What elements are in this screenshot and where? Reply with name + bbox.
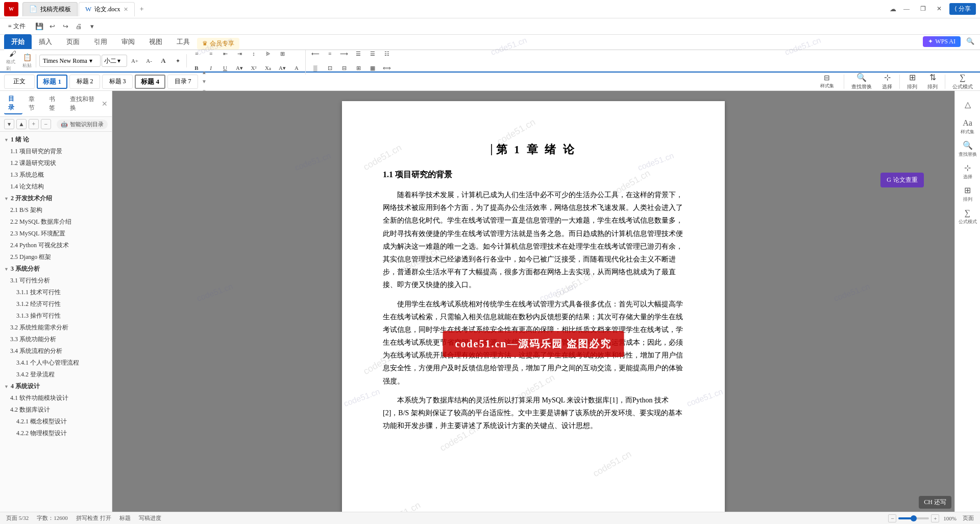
toc-item-5[interactable]: ▼2 开发技术介绍	[0, 193, 112, 204]
style-heading4[interactable]: 标题 4	[135, 75, 165, 89]
toc-item-17[interactable]: 3.3 系统功能分析	[0, 334, 112, 345]
toc-item-3[interactable]: 1.3 系统总概	[0, 169, 112, 181]
sidebar-tab-bookmark[interactable]: 书签	[45, 93, 63, 114]
right-panel-scroll-up[interactable]: △	[959, 95, 977, 113]
right-panel-find[interactable]: 🔍 查找替换	[959, 140, 977, 158]
toc-item-10[interactable]: 2.5 Django 框架	[0, 251, 112, 263]
ribbon-tab-start[interactable]: 开始	[4, 34, 32, 50]
ch-language-indicator[interactable]: CH 还写	[919, 496, 951, 509]
format-brush-button[interactable]: 🖌 格式刷	[6, 54, 19, 67]
formula-button[interactable]: ∑ 公式模式	[949, 72, 976, 91]
toc-item-8[interactable]: 2.3 MySQL 环境配置	[0, 228, 112, 240]
select-button[interactable]: ⊹ 选择	[879, 72, 895, 91]
toc-item-0[interactable]: ▼1 绪 论	[0, 134, 112, 146]
border4-button[interactable]: ⊞	[352, 61, 365, 75]
paragraph-3[interactable]: 本系统为了数据库结构的灵活性所以打算采用 MySQL 来设计数据库[1]，而Py…	[383, 394, 684, 433]
toc-item-6[interactable]: 2.1 B/S 架构	[0, 204, 112, 216]
zoom-slider-thumb[interactable]	[911, 515, 917, 521]
right-panel-style[interactable]: Aa 样式集	[959, 117, 977, 136]
char-spacing-button[interactable]: ⟺	[380, 61, 394, 75]
minimize-button[interactable]: —	[900, 4, 913, 14]
toc-item-20[interactable]: 3.4.2 登录流程	[0, 369, 112, 380]
undo-icon[interactable]: ↩	[47, 21, 58, 32]
more-tools-icon[interactable]: ▾	[87, 21, 98, 32]
right-panel-arrange[interactable]: ⊞ 排列	[959, 185, 977, 203]
toc-item-12[interactable]: 3.1 可行性分析	[0, 275, 112, 287]
zoom-in-button[interactable]: +	[931, 514, 939, 522]
char-shading-button[interactable]: A	[290, 61, 303, 75]
toc-item-23[interactable]: 4.2 数据库设计	[0, 404, 112, 416]
underline-button[interactable]: U	[218, 61, 232, 75]
toc-item-25[interactable]: 4.2.2 物理模型设计	[0, 427, 112, 439]
arrange-button[interactable]: ⊞ 排列	[904, 72, 920, 91]
restore-button[interactable]: ❐	[917, 4, 929, 14]
ribbon-tab-tools[interactable]: 工具	[169, 34, 197, 50]
toc-item-14[interactable]: 3.1.2 经济可行性	[0, 298, 112, 310]
toc-item-9[interactable]: 2.4 Python 可视化技术	[0, 240, 112, 251]
new-tab-button[interactable]: +	[136, 3, 148, 15]
close-button[interactable]: ✕	[933, 4, 945, 14]
sidebar-tab-chapter[interactable]: 章节	[24, 93, 43, 114]
find-replace-button[interactable]: 🔍 查找替换	[848, 72, 875, 91]
tab-close-icon[interactable]: ✕	[124, 6, 128, 13]
sidebar-tab-find[interactable]: 查找和替换	[66, 93, 100, 114]
sidebar-close-button[interactable]: ✕	[102, 100, 108, 108]
plagiarism-check-button[interactable]: G 论文查重	[880, 173, 924, 187]
menu-file[interactable]: ≡ 文件	[4, 20, 30, 33]
wps-ai-button[interactable]: ✦ WPS AI	[923, 36, 961, 47]
styles-up-button[interactable]: ▲	[200, 68, 208, 77]
sidebar-tab-toc[interactable]: 目录	[4, 93, 22, 114]
font-size-increase-button[interactable]: A+	[128, 54, 141, 67]
right-panel-formula[interactable]: ∑ 公式模式	[959, 207, 977, 226]
document-area[interactable]: code51.cn code51.cn code51.cn code51.cn …	[112, 91, 954, 512]
ribbon-tab-vip[interactable]: ♛ 会员专享	[197, 38, 239, 50]
toc-item-24[interactable]: 4.2.1 概念模型设计	[0, 416, 112, 427]
clear-format-button[interactable]: ✦	[171, 54, 184, 67]
style-toc7[interactable]: 目录 7	[167, 75, 198, 89]
ribbon-tab-reference[interactable]: 引用	[87, 34, 114, 50]
toc-item-4[interactable]: 1.4 论文结构	[0, 181, 112, 193]
toc-item-1[interactable]: 1.1 项目研究的背景	[0, 146, 112, 157]
toc-item-21[interactable]: ▼4 系统设计	[0, 380, 112, 392]
toc-minus-button[interactable]: −	[41, 119, 51, 129]
subscript-button[interactable]: X₂	[261, 61, 275, 75]
toc-collapse-all-button[interactable]: ▾	[4, 119, 14, 129]
font-size-selector[interactable]: 小二 ▾	[102, 55, 127, 67]
cloud-save-icon[interactable]: ☁	[890, 5, 896, 13]
toc-item-2[interactable]: 1.2 课题研究现状	[0, 157, 112, 169]
search-ribbon-icon[interactable]: 🔍	[965, 36, 976, 47]
superscript-button[interactable]: X²	[247, 61, 260, 75]
border3-button[interactable]: ⊟	[337, 61, 351, 75]
font-color-picker[interactable]: A▾	[233, 61, 246, 75]
ribbon-tab-page[interactable]: 页面	[59, 34, 87, 50]
sort-button[interactable]: ⇅ 排列	[924, 72, 941, 91]
style-normal[interactable]: 正文	[4, 75, 35, 89]
ribbon-tab-view[interactable]: 视图	[142, 34, 169, 50]
ribbon-tab-review[interactable]: 审阅	[114, 34, 142, 50]
styles-down-button[interactable]: ▼	[200, 78, 208, 86]
highlight-color-button[interactable]: A▾	[276, 61, 289, 75]
spell-check[interactable]: 拼写检查 打开	[76, 514, 111, 522]
ribbon-tab-insert[interactable]: 插入	[32, 34, 59, 50]
tab-template[interactable]: 📄 找稿壳模板	[22, 2, 78, 16]
tab-document[interactable]: W 论文.docx ✕	[79, 2, 135, 16]
toc-add-button[interactable]: +	[29, 119, 39, 129]
toc-item-13[interactable]: 3.1.1 技术可行性	[0, 287, 112, 298]
toc-item-15[interactable]: 3.1.3 操作可行性	[0, 310, 112, 322]
redo-icon[interactable]: ↪	[60, 21, 71, 32]
zoom-slider[interactable]	[898, 517, 929, 519]
save-icon[interactable]: 💾	[34, 21, 45, 32]
font-name-selector[interactable]: Times New Roma ▾	[39, 55, 101, 67]
font-color-btn[interactable]: A	[157, 54, 170, 67]
zoom-out-button[interactable]: −	[888, 514, 896, 522]
table-shading-button[interactable]: ▦	[366, 61, 379, 75]
toc-item-18[interactable]: 3.4 系统流程的分析	[0, 345, 112, 357]
share-button[interactable]: ⟨ 分享	[949, 3, 976, 15]
toc-item-11[interactable]: ▼3 系统分析	[0, 263, 112, 275]
toc-item-16[interactable]: 3.2 系统性能需求分析	[0, 322, 112, 334]
document-page[interactable]: code51.cn code51.cn code51.cn code51.cn …	[342, 101, 725, 512]
font-size-decrease-button[interactable]: A-	[142, 54, 156, 67]
toc-up-button[interactable]: ▲	[16, 119, 27, 129]
toc-item-19[interactable]: 3.4.1 个人中心管理流程	[0, 357, 112, 369]
paragraph-1[interactable]: 随着科学技术发展，计算机已成为人们生活中必不可少的生活办公工具，在这样的背景下，…	[383, 188, 684, 292]
